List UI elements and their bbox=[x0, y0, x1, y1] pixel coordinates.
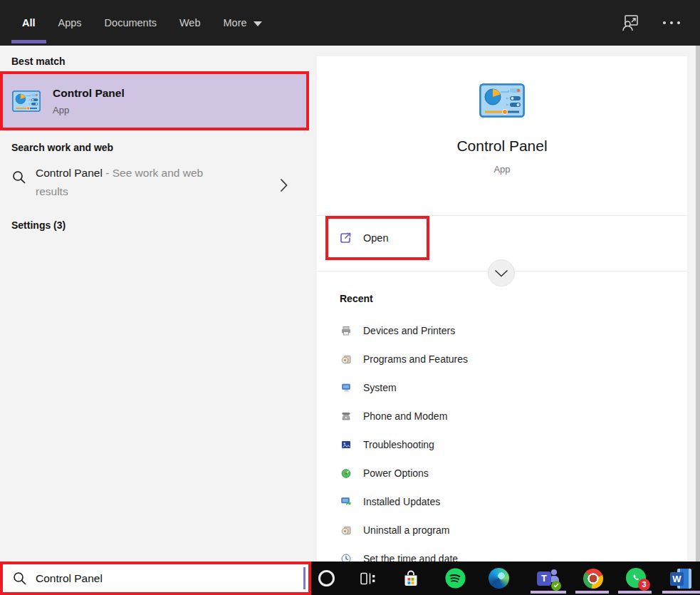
taskbar-search-box[interactable] bbox=[0, 562, 311, 595]
tab-documents[interactable]: Documents bbox=[105, 0, 157, 46]
running-indicator-whatsapp bbox=[618, 591, 652, 594]
preview-panel: Control Panel App Open Recent bbox=[317, 56, 687, 562]
whatsapp-notification-badge: 3 bbox=[638, 579, 650, 591]
settings-header: Settings (3) bbox=[11, 219, 66, 231]
searchbox-accent-edge bbox=[303, 567, 305, 589]
chrome-button[interactable] bbox=[578, 562, 609, 595]
cortana-button[interactable] bbox=[310, 562, 342, 595]
recent-item-uninstall-a-program[interactable]: Uninstall a program bbox=[317, 516, 687, 544]
teams-button[interactable]: T bbox=[533, 562, 564, 595]
control-panel-icon bbox=[12, 90, 41, 113]
search-icon bbox=[12, 170, 26, 185]
best-match-title: Control Panel bbox=[53, 87, 125, 100]
recent-item-system[interactable]: System bbox=[317, 373, 687, 402]
recent-item-programs-and-features[interactable]: Programs and Features bbox=[317, 345, 687, 373]
preview-app-type: App bbox=[317, 164, 687, 175]
open-external-icon bbox=[338, 231, 352, 245]
filter-tabs: All Apps Documents Web More bbox=[22, 0, 262, 46]
best-match-item-control-panel[interactable]: Control Panel App bbox=[0, 71, 309, 130]
microsoft-store-icon bbox=[402, 569, 420, 588]
search-web-header: Search work and web bbox=[11, 142, 113, 153]
computer-icon bbox=[340, 382, 352, 393]
control-panel-icon-large bbox=[479, 83, 525, 118]
chevron-down-icon bbox=[254, 21, 262, 26]
task-view-icon bbox=[359, 570, 377, 587]
uninstall-program-icon bbox=[340, 524, 352, 536]
running-indicator-word bbox=[662, 591, 700, 594]
running-indicator-teams bbox=[531, 591, 566, 594]
recent-item-power-options[interactable]: Power Options bbox=[317, 459, 687, 487]
expand-collapse-button[interactable] bbox=[488, 259, 515, 286]
edge-button[interactable] bbox=[483, 562, 514, 595]
teams-status-badge bbox=[551, 581, 561, 591]
troubleshooting-icon bbox=[340, 439, 352, 450]
whatsapp-icon: 3 bbox=[626, 568, 647, 589]
edge-icon bbox=[489, 568, 509, 589]
windows-search-flyout: All Apps Documents Web More Best match C… bbox=[0, 0, 700, 595]
cortana-icon bbox=[318, 570, 335, 586]
task-view-button[interactable] bbox=[352, 562, 383, 595]
scrollbar[interactable] bbox=[696, 46, 700, 562]
tab-web[interactable]: Web bbox=[179, 0, 201, 46]
whatsapp-button[interactable]: 3 bbox=[621, 562, 652, 595]
web-suggestion-item[interactable]: Control Panel - See work and web results bbox=[0, 162, 309, 211]
power-icon bbox=[340, 467, 352, 479]
spotify-icon bbox=[445, 568, 466, 589]
best-match-header: Best match bbox=[11, 56, 65, 67]
best-match-type: App bbox=[53, 105, 125, 115]
search-input[interactable] bbox=[36, 572, 271, 585]
suggestion-query: Control Panel bbox=[36, 167, 103, 179]
program-box-icon bbox=[340, 353, 352, 365]
open-action[interactable]: Open bbox=[325, 216, 429, 260]
printer-icon bbox=[340, 325, 352, 336]
recent-item-set-time-and-date[interactable]: Set the time and date bbox=[317, 544, 687, 562]
microsoft-store-button[interactable] bbox=[395, 562, 427, 595]
chrome-icon bbox=[583, 569, 603, 589]
taskbar: T 3 W bbox=[0, 562, 700, 595]
recent-item-troubleshooting[interactable]: Troubleshooting bbox=[317, 430, 687, 459]
tab-more[interactable]: More bbox=[224, 0, 262, 46]
teams-icon: T bbox=[537, 568, 560, 589]
feedback-user-icon[interactable] bbox=[621, 14, 640, 32]
updates-icon bbox=[340, 496, 352, 507]
open-action-label: Open bbox=[363, 232, 388, 244]
recent-item-phone-and-modem[interactable]: Phone and Modem bbox=[317, 402, 687, 430]
preview-app-title: Control Panel bbox=[317, 138, 687, 155]
recent-list: Devices and Printers Programs and Featur… bbox=[317, 316, 687, 562]
recent-item-installed-updates[interactable]: Installed Updates bbox=[317, 487, 687, 516]
running-indicator-chrome bbox=[575, 591, 609, 594]
search-filter-bar: All Apps Documents Web More bbox=[0, 0, 700, 46]
recent-item-devices-and-printers[interactable]: Devices and Printers bbox=[317, 316, 687, 345]
more-options-ellipsis-icon[interactable] bbox=[663, 21, 680, 24]
recent-header: Recent bbox=[340, 293, 373, 304]
tab-apps[interactable]: Apps bbox=[58, 0, 82, 46]
word-button[interactable]: W bbox=[665, 562, 696, 595]
word-icon: W bbox=[670, 569, 691, 589]
spotify-button[interactable] bbox=[439, 562, 471, 595]
chevron-right-icon[interactable] bbox=[280, 178, 288, 192]
phone-icon bbox=[340, 410, 352, 422]
chevron-down-icon bbox=[494, 269, 508, 277]
search-icon bbox=[13, 571, 27, 586]
tab-all[interactable]: All bbox=[22, 0, 36, 46]
clock-icon bbox=[340, 553, 352, 562]
